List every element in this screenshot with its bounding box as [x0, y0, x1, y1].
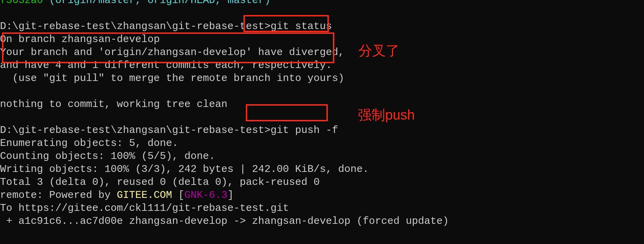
- status-hint: (use "git pull" to merge the remote bran…: [0, 72, 344, 84]
- annotation-label-fork: 分叉了: [359, 44, 400, 57]
- push-write: Writing objects: 100% (3/3), 242 bytes |…: [0, 163, 369, 175]
- push-result: + a1c91c6...ac7d00e zhangsan-develop -> …: [0, 215, 449, 227]
- refs: (origin/master, origin/HEAD, master): [49, 0, 270, 6]
- push-total: Total 3 (delta 0), reused 0 (delta 0), p…: [0, 176, 320, 188]
- annotation-label-force-push: 强制push: [358, 108, 415, 122]
- annotation-box-git-push: [246, 104, 328, 121]
- cmd-git-push: git push -f: [270, 124, 338, 136]
- bracket-r: ]: [227, 189, 234, 201]
- prompt: D:\git-rebase-test\zhangsan\git-rebase-t…: [0, 124, 270, 136]
- annotation-box-diverged: [2, 32, 334, 63]
- push-to: To https://gitee.com/ckl111/git-rebase-t…: [0, 202, 289, 214]
- push-enum: Enumerating objects: 5, done.: [0, 137, 178, 149]
- push-count: Counting objects: 100% (5/5), done.: [0, 150, 215, 162]
- push-remote-ver: GNK-6.3: [184, 189, 227, 201]
- push-remote-site: GITEE.COM: [117, 189, 172, 201]
- push-remote-prefix: remote: Powered by: [0, 189, 117, 201]
- commit-hash: f3632a0: [0, 0, 43, 6]
- bracket-l: [: [172, 189, 184, 201]
- status-clean: nothing to commit, working tree clean: [0, 98, 227, 110]
- prompt: D:\git-rebase-test\zhangsan\git-rebase-t…: [0, 21, 270, 32]
- annotation-box-git-status: [243, 15, 329, 32]
